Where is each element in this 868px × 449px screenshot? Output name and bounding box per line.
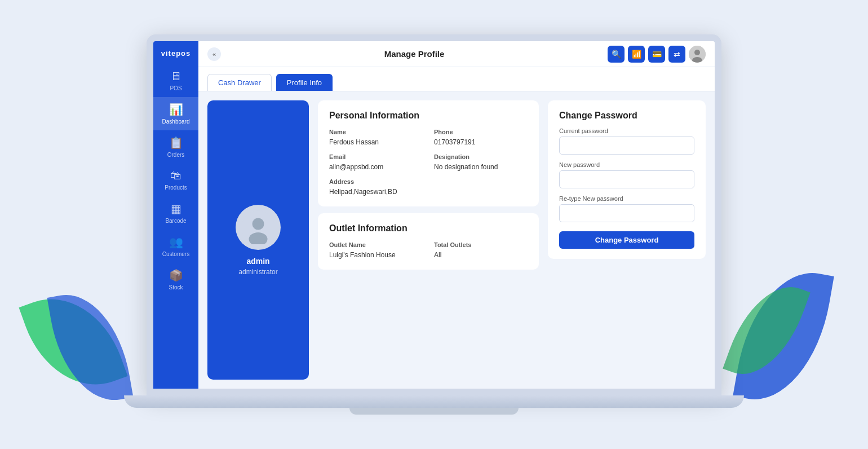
field-total-outlets-label: Total Outlets — [434, 241, 528, 248]
field-designation: Designation No designation found — [434, 153, 528, 171]
field-total-outlets: Total Outlets All — [434, 241, 528, 259]
new-password-field: New password — [559, 161, 694, 188]
sidebar-item-label-barcode: Barcode — [165, 218, 186, 224]
orders-icon: 📋 — [169, 136, 183, 149]
tab-profile-info[interactable]: Profile Info — [276, 74, 333, 91]
current-password-input[interactable] — [559, 137, 694, 155]
field-outlet-name: Outlet Name Luigi's Fashion House — [329, 241, 423, 259]
outlet-info-card: Outlet Information Outlet Name Luigi's F… — [318, 213, 539, 270]
wifi-icon-btn[interactable]: 📶 — [628, 46, 645, 63]
change-password-card: Change Password Current password New pas… — [548, 100, 706, 259]
sidebar-item-pos[interactable]: 🖥 POS — [153, 64, 198, 97]
collapse-sidebar-button[interactable]: « — [207, 47, 221, 61]
content-area: admin administrator Personal Information… — [198, 91, 715, 389]
retype-password-field: Re-type New password — [559, 195, 694, 222]
field-address: Address Helipad,Nageswari,BD — [329, 178, 423, 196]
page-title: Manage Profile — [221, 49, 608, 59]
sidebar-item-label-pos: POS — [170, 85, 181, 91]
leaf-decoration-blue-left — [47, 286, 134, 409]
field-name-value: Ferdous Hassan — [329, 138, 379, 146]
barcode-icon: ▦ — [171, 202, 181, 215]
avatar — [236, 205, 281, 250]
sidebar-item-stock[interactable]: 📦 Stock — [153, 263, 198, 296]
app-container: vitepos 🖥 POS 📊 Dashboard 📋 Orders 🛍 Pro… — [153, 41, 715, 389]
personal-info-title: Personal Information — [329, 111, 528, 121]
laptop-base — [124, 395, 744, 408]
topbar-icons: 🔍 📶 💳 ⇄ — [608, 46, 706, 63]
sidebar-item-dashboard[interactable]: 📊 Dashboard — [153, 97, 198, 130]
customers-icon: 👥 — [169, 235, 183, 249]
dashboard-icon: 📊 — [169, 103, 183, 116]
new-password-label: New password — [559, 161, 694, 168]
sidebar-item-label-customers: Customers — [162, 251, 189, 257]
stock-icon: 📦 — [169, 268, 183, 282]
field-address-label: Address — [329, 178, 423, 185]
sync-icon-btn[interactable]: ⇄ — [668, 46, 685, 63]
field-email-value: alin@appsbd.com — [329, 163, 383, 171]
tab-bar: Cash Drawer Profile Info — [198, 67, 715, 91]
new-password-input[interactable] — [559, 170, 694, 188]
sidebar-item-label-dashboard: Dashboard — [162, 118, 190, 125]
info-panels: Personal Information Name Ferdous Hassan… — [318, 100, 539, 380]
profile-role: administrator — [238, 268, 277, 276]
field-name-label: Name — [329, 129, 423, 135]
personal-info-card: Personal Information Name Ferdous Hassan… — [318, 100, 539, 206]
current-password-label: Current password — [559, 127, 694, 134]
search-icon-btn[interactable]: 🔍 — [608, 46, 625, 63]
laptop-wrapper: vitepos 🖥 POS 📊 Dashboard 📋 Orders 🛍 Pro… — [124, 34, 744, 415]
current-password-field: Current password — [559, 127, 694, 155]
sidebar-item-customers[interactable]: 👥 Customers — [153, 230, 198, 263]
field-phone-value: 01703797191 — [434, 138, 475, 146]
outlet-info-title: Outlet Information — [329, 223, 528, 234]
svg-point-4 — [253, 218, 264, 230]
field-outlet-name-value: Luigi's Fashion House — [329, 251, 396, 259]
sidebar: vitepos 🖥 POS 📊 Dashboard 📋 Orders 🛍 Pro… — [153, 41, 198, 389]
profile-card: admin administrator — [207, 100, 309, 380]
outlet-info-grid: Outlet Name Luigi's Fashion House Total … — [329, 241, 528, 259]
field-outlet-name-label: Outlet Name — [329, 241, 423, 248]
payment-icon-btn[interactable]: 💳 — [648, 46, 665, 63]
field-name: Name Ferdous Hassan — [329, 129, 423, 147]
laptop-screen: vitepos 🖥 POS 📊 Dashboard 📋 Orders 🛍 Pro… — [147, 34, 721, 395]
change-password-button[interactable]: Change Password — [559, 231, 694, 249]
change-password-title: Change Password — [559, 111, 694, 121]
user-avatar-btn[interactable] — [689, 46, 706, 63]
field-phone-label: Phone — [434, 129, 528, 135]
field-email-label: Email — [329, 153, 423, 160]
main-content: « Manage Profile 🔍 📶 💳 ⇄ — [198, 41, 715, 389]
sidebar-item-label-orders: Orders — [167, 152, 185, 158]
tab-cash-drawer[interactable]: Cash Drawer — [207, 74, 272, 91]
personal-info-grid: Name Ferdous Hassan Phone 01703797191 Em… — [329, 129, 528, 196]
field-phone: Phone 01703797191 — [434, 129, 528, 147]
pos-icon: 🖥 — [170, 70, 181, 83]
sidebar-item-label-products: Products — [165, 184, 187, 191]
retype-password-input[interactable] — [559, 204, 694, 222]
field-designation-value: No designation found — [434, 163, 498, 171]
sidebar-logo: vitepos — [161, 41, 191, 64]
products-icon: 🛍 — [170, 169, 181, 182]
field-email: Email alin@appsbd.com — [329, 153, 423, 171]
topbar: « Manage Profile 🔍 📶 💳 ⇄ — [198, 41, 715, 67]
laptop-stand — [349, 408, 519, 415]
profile-name: admin — [246, 257, 269, 266]
sidebar-item-products[interactable]: 🛍 Products — [153, 164, 198, 196]
retype-password-label: Re-type New password — [559, 195, 694, 202]
sidebar-item-label-stock: Stock — [169, 284, 183, 290]
field-address-value: Helipad,Nageswari,BD — [329, 188, 397, 196]
field-total-outlets-value: All — [434, 251, 441, 259]
field-designation-label: Designation — [434, 153, 528, 160]
sidebar-item-orders[interactable]: 📋 Orders — [153, 130, 198, 164]
svg-point-1 — [694, 50, 700, 55]
sidebar-item-barcode[interactable]: ▦ Barcode — [153, 196, 198, 230]
